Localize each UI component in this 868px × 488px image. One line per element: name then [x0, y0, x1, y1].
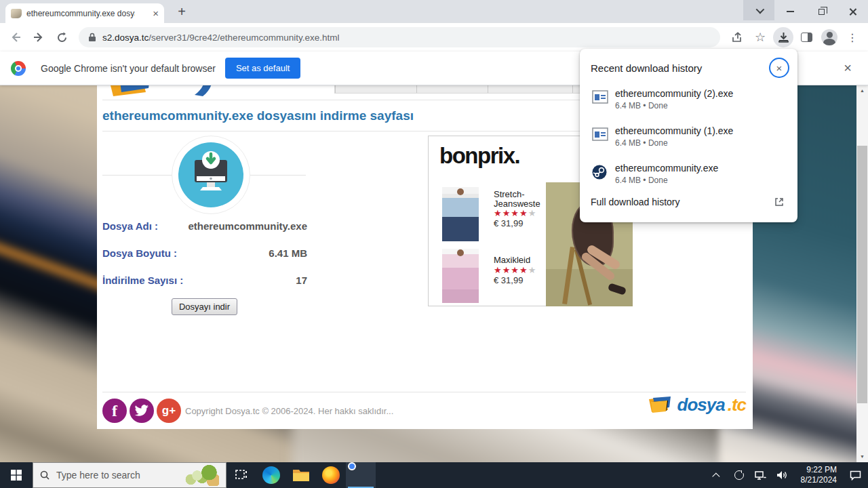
- clock-date: 8/21/2024: [801, 475, 837, 485]
- download-item[interactable]: ethereumcommunity (1).exe 6.4 MB • Done: [580, 125, 797, 157]
- clock-time: 9:22 PM: [801, 465, 837, 475]
- windows-logo-icon: [11, 470, 22, 481]
- action-center-icon: [850, 470, 861, 481]
- scroll-up-arrow[interactable]: ▲: [856, 85, 868, 96]
- tab-close-icon[interactable]: ×: [153, 8, 159, 18]
- ad-product-image: [442, 187, 479, 241]
- logo-tld: .tc: [728, 394, 746, 415]
- system-tray: 9:22 PM 8/21/2024: [709, 462, 868, 488]
- download-item-meta: 6.4 MB • Done: [615, 101, 668, 110]
- download-item-name: ethereumcommunity (1).exe: [615, 125, 733, 136]
- scrollbar-thumb[interactable]: [857, 146, 867, 403]
- site-logo-partial: [101, 85, 257, 107]
- rating-stars: ★★★★★: [494, 265, 548, 275]
- side-panel-button[interactable]: [796, 27, 816, 47]
- download-item-name: ethereumcommunity (2).exe: [615, 88, 733, 99]
- file-name-value: ethereumcommunity.exe: [188, 220, 307, 234]
- ad-product-price: € 31,99: [494, 218, 548, 228]
- page-scrollbar[interactable]: ▲ ▼: [856, 85, 868, 462]
- restore-icon: [818, 9, 825, 15]
- infobar-close-icon[interactable]: ×: [844, 60, 857, 76]
- tab-title: ethereumcommunity.exe dosya: [26, 9, 135, 18]
- ad-product-image: [442, 249, 479, 303]
- restore-button[interactable]: [806, 0, 837, 23]
- rating-stars: ★★★★★: [494, 208, 548, 218]
- ad-product-info: Stretch-Jeansweste ★★★★★ € 31,99: [494, 190, 548, 228]
- nav-item[interactable]: [335, 85, 416, 93]
- file-size-label: Dosya Boyutu :: [102, 247, 177, 261]
- star-icon: ☆: [755, 30, 766, 45]
- download-file-button[interactable]: Dosyayı indir: [172, 298, 237, 315]
- chevron-up-icon: [712, 472, 719, 480]
- search-highlight-image: [184, 464, 219, 486]
- popup-header: Recent download history ×: [580, 49, 797, 78]
- taskbar-clock[interactable]: 9:22 PM 8/21/2024: [795, 465, 842, 485]
- back-arrow-icon: [9, 31, 22, 43]
- back-button[interactable]: [5, 27, 26, 47]
- firefox-icon: [322, 466, 340, 484]
- download-item-meta: 6.4 MB • Done: [615, 176, 668, 185]
- download-item[interactable]: ethereumcommunity.exe 6.4 MB • Done: [580, 163, 797, 194]
- chevron-down-icon: [755, 5, 764, 14]
- logo-name: dosya: [677, 394, 725, 415]
- address-bar[interactable]: s2.dosya.tc/server31/9cre42/ethereumcomm…: [79, 27, 720, 47]
- action-center-button[interactable]: [846, 470, 864, 481]
- url-path: /server31/9cre42/ethereumcommunity.exe.h…: [149, 33, 339, 43]
- download-count-label: İndirilme Sayısı :: [102, 274, 183, 288]
- taskbar-search[interactable]: Type here to search: [33, 462, 226, 488]
- tab-search-button[interactable]: [743, 0, 774, 20]
- steam-icon: [592, 165, 607, 182]
- close-window-button[interactable]: [837, 0, 868, 23]
- minimize-button[interactable]: [774, 0, 806, 23]
- chrome-icon: [352, 466, 370, 484]
- download-count-row: İndirilme Sayısı : 17: [102, 274, 307, 288]
- downloads-button[interactable]: [773, 27, 793, 47]
- profile-button[interactable]: [819, 27, 840, 47]
- exe-window-icon: [592, 90, 608, 106]
- speaker-icon: [776, 470, 788, 480]
- twitter-icon[interactable]: [130, 399, 154, 423]
- chrome-button[interactable]: [346, 462, 376, 488]
- infobar-text: Google Chrome isn't your default browser: [41, 63, 216, 74]
- task-view-button[interactable]: [226, 462, 256, 488]
- set-as-default-button[interactable]: Set as default: [225, 58, 301, 79]
- popup-close-button[interactable]: ×: [769, 58, 789, 78]
- menu-button[interactable]: ⋮: [842, 27, 863, 47]
- full-history-link[interactable]: Full download history: [591, 197, 680, 207]
- side-panel-icon: [801, 33, 812, 42]
- nav-item[interactable]: [488, 85, 572, 93]
- volume-button[interactable]: [774, 470, 791, 480]
- tray-app-icon: [734, 470, 744, 480]
- ad-product-name: Maxikleid: [494, 256, 548, 265]
- browser-tab[interactable]: ethereumcommunity.exe dosya ×: [5, 3, 164, 23]
- tray-app-button[interactable]: [730, 470, 748, 480]
- new-tab-button[interactable]: +: [172, 3, 191, 22]
- facebook-icon[interactable]: f: [102, 399, 127, 423]
- scroll-down-arrow[interactable]: ▼: [856, 451, 868, 462]
- download-count-value: 17: [296, 274, 307, 288]
- external-link-icon[interactable]: [774, 197, 784, 207]
- download-icon: [778, 32, 789, 43]
- chrome-logo-icon: [11, 61, 26, 76]
- download-icon-ring: [172, 136, 250, 214]
- reload-button[interactable]: [52, 27, 72, 47]
- minimize-icon: [787, 11, 794, 12]
- share-button[interactable]: [727, 27, 747, 47]
- googleplus-icon[interactable]: g+: [157, 399, 181, 423]
- nav-item[interactable]: [416, 85, 488, 93]
- file-explorer-button[interactable]: [286, 462, 316, 488]
- site-footer-logo[interactable]: dosya.tc: [648, 394, 747, 415]
- download-item[interactable]: ethereumcommunity (2).exe 6.4 MB • Done: [580, 88, 797, 119]
- tray-expand-button[interactable]: [709, 472, 726, 478]
- reload-icon: [56, 32, 68, 43]
- close-icon: [848, 7, 857, 16]
- bookmark-button[interactable]: ☆: [750, 27, 770, 47]
- start-button[interactable]: [0, 462, 33, 488]
- network-button[interactable]: [752, 470, 770, 481]
- ad-product-name: Stretch-Jeansweste: [494, 190, 548, 208]
- firefox-button[interactable]: [316, 462, 346, 488]
- edge-button[interactable]: [256, 462, 286, 488]
- forward-button[interactable]: [28, 27, 49, 47]
- tab-strip: ethereumcommunity.exe dosya × +: [0, 0, 868, 23]
- url-host: s2.dosya.tc: [102, 33, 149, 43]
